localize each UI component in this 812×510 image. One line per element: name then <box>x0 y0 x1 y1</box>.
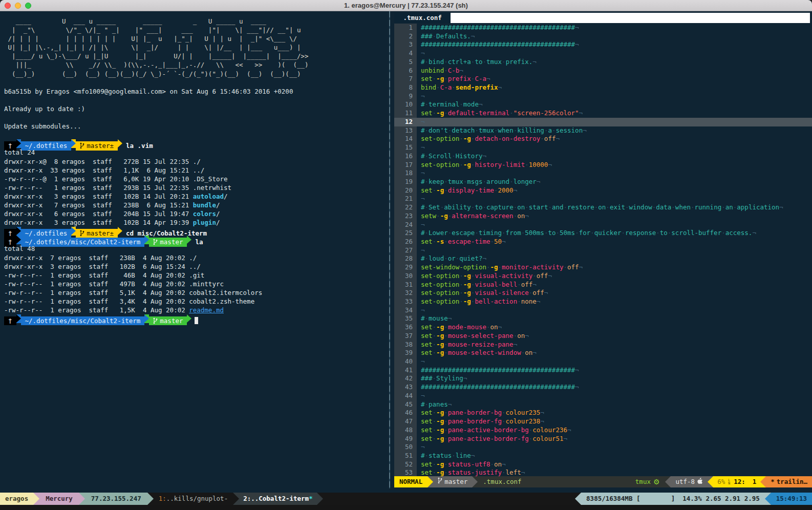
line-number: 7 <box>394 75 417 83</box>
vim-code-text: set-option·-g·history-limit·10000¬ <box>417 161 812 169</box>
vim-line[interactable]: 39set·-g·mouse-select-window·on¬ <box>394 349 812 357</box>
close-button[interactable] <box>5 3 11 9</box>
powerline-arrow <box>118 139 122 148</box>
traffic-lights <box>5 3 31 9</box>
vim-line[interactable]: 32set-option·-g·visual-silence·off¬ <box>394 289 812 298</box>
vim-line[interactable]: 51#·status·line¬ <box>394 452 812 460</box>
vim-line[interactable]: 9¬ <box>394 92 812 101</box>
vim-code-text: #·status·line¬ <box>417 452 812 460</box>
vim-line[interactable]: 30set-option·-g·visual-activity·off¬ <box>394 272 812 281</box>
dir-name: bundle <box>193 201 216 209</box>
vim-line[interactable]: 12¬ <box>394 118 812 126</box>
vim-line[interactable]: 1#######################################… <box>394 24 812 32</box>
vim-tabline: .tmux.conf <box>394 13 812 23</box>
vim-line[interactable]: 20set·-g·display-time·2000¬ <box>394 186 812 195</box>
current-window-flag: * <box>309 493 313 505</box>
vim-pane[interactable]: .tmux.conf 1############################… <box>394 11 812 493</box>
vim-line[interactable]: 16#·Scroll·History¬ <box>394 152 812 161</box>
terminal-line: drwxr-xr-x 6 eragos staff 204B 15 Jul 19… <box>4 209 388 218</box>
vim-line[interactable]: 2###·Defaults.¬ <box>394 32 812 41</box>
zoom-button[interactable] <box>25 3 31 9</box>
vim-line[interactable]: 27¬ <box>394 246 812 255</box>
powerline-arrow <box>317 493 323 505</box>
vim-line[interactable]: 41######################################… <box>394 366 812 375</box>
vim-code-text: set-option·-g·visual-silence·off¬ <box>417 289 812 298</box>
powerline-arrow <box>233 493 239 505</box>
vim-line[interactable]: 23setw·-g·alternate-screen·on¬ <box>394 212 812 221</box>
vim-line[interactable]: 18¬ <box>394 169 812 178</box>
vim-line[interactable]: 14set-option·-g·detach-on-destroy·off¬ <box>394 135 812 143</box>
vim-line[interactable]: 31set-option·-g·visual-bell·off¬ <box>394 281 812 289</box>
vim-line[interactable]: 37set·-g·mouse-select-pane·on¬ <box>394 332 812 341</box>
line-number: 19 <box>394 178 417 186</box>
vim-line[interactable]: 29set-window-option·-g·monitor-activity·… <box>394 263 812 272</box>
line-number: 2 <box>394 32 417 41</box>
vim-line[interactable]: 26set·-s·escape-time·50¬ <box>394 238 812 246</box>
vim-line[interactable]: 52set·-g·status-utf8·on¬ <box>394 460 812 469</box>
vim-code-text: #·keep·tmux·msgs·around·longer¬ <box>417 178 812 186</box>
star-icon: * <box>771 476 775 487</box>
line-number: 12 <box>394 118 417 126</box>
vim-code-text: ###·Defaults.¬ <box>417 32 812 41</box>
vim-line[interactable]: 46set·-g·pane-border-bg·colour235¬ <box>394 409 812 417</box>
line-number: 33 <box>394 298 417 306</box>
vim-code-text: set-window-option·-g·monitor-activity·of… <box>417 263 812 272</box>
pane-separator[interactable] <box>389 11 390 488</box>
vim-line[interactable]: 13#·don't·detach·tmux·when·killing·a·ses… <box>394 126 812 135</box>
vim-code-text: set·-g·prefix·C-a¬ <box>417 75 812 83</box>
vim-line[interactable]: 22#·Set·ability·to·capture·on·start·and·… <box>394 203 812 212</box>
line-number: 29 <box>394 263 417 272</box>
vim-line[interactable]: 34¬ <box>394 306 812 315</box>
powerline-arrow <box>144 236 149 244</box>
vim-line[interactable]: 47set·-g·pane-border-fg·colour238¬ <box>394 417 812 426</box>
vim-line[interactable]: 3#######################################… <box>394 40 812 49</box>
tmux-window-1[interactable]: 1:..kills/gnuplot- <box>154 493 233 505</box>
vim-line[interactable]: 40¬ <box>394 357 812 366</box>
vim-tab-tmux-conf[interactable]: .tmux.conf <box>394 13 451 23</box>
vim-line[interactable]: 25#·Lower·escape·timing·from·500ms·to·50… <box>394 229 812 238</box>
line-number: 47 <box>394 417 417 426</box>
file-meta: drwxr-xr-x@ 8 eragos staff 272B 15 Jul 2… <box>4 158 193 165</box>
vim-line[interactable]: 44¬ <box>394 392 812 400</box>
terminal-line: drwxr-xr-x 3 eragos staff 102B 14 Jul 20… <box>4 192 388 201</box>
vim-line[interactable]: 33set-option·-g·bell-action·none¬ <box>394 298 812 306</box>
vim-line[interactable]: 48set·-g·pane-active-border-bg·colour236… <box>394 426 812 435</box>
vim-line[interactable]: 42###·Styling¬ <box>394 374 812 383</box>
vim-line[interactable]: 19#·keep·tmux·msgs·around·longer¬ <box>394 178 812 186</box>
vim-line[interactable]: 17set-option·-g·history-limit·10000¬ <box>394 161 812 169</box>
line-number: 21 <box>394 195 417 203</box>
vim-line[interactable]: 4¬ <box>394 49 812 58</box>
vim-line[interactable]: 36set·-g·mode-mouse·on¬ <box>394 323 812 332</box>
shell-prompt: †~/.dotfilesmaster±cd misc/Cobalt2-iterm <box>4 227 388 236</box>
powerline-arrow <box>71 227 76 236</box>
file-link[interactable]: readme.md <box>189 306 224 314</box>
vim-line[interactable]: 45#·panes¬ <box>394 400 812 409</box>
vim-line[interactable]: 15¬ <box>394 143 812 152</box>
vim-buffer[interactable]: 1#######################################… <box>394 24 812 477</box>
vim-line[interactable]: 21¬ <box>394 195 812 203</box>
file-meta: -rw-r--r-- 1 eragos staff 46B 4 Aug 20:0… <box>4 271 189 279</box>
vim-line[interactable]: 8bind·C-a·send-prefix¬ <box>394 83 812 92</box>
vim-line[interactable]: 5#·bind·ctrl+a·to·tmux·prefix.¬ <box>394 58 812 67</box>
vim-line[interactable]: 10#·terminal·mode¬ <box>394 100 812 109</box>
powerline-arrow <box>16 227 21 236</box>
minimize-button[interactable] <box>15 3 21 9</box>
shell-pane[interactable]: ____ U ___ u _____ _____ _ U _____ u ___… <box>0 11 388 493</box>
cursor-line: 12: <box>734 476 745 487</box>
vim-code-text: #·panes¬ <box>417 400 812 409</box>
vim-line[interactable]: 6unbind·C-b¬ <box>394 67 812 75</box>
tmux-window-2-current[interactable]: 2:..Cobalt2-iterm* <box>239 493 316 505</box>
vim-line[interactable]: 24¬ <box>394 221 812 229</box>
vim-line[interactable]: 38set·-g·mouse-resize-pane¬ <box>394 341 812 349</box>
prompt-context-segment: † <box>4 316 16 325</box>
prompt-branch-segment: master <box>149 316 187 325</box>
vim-line[interactable]: 28#·loud·or·quiet?¬ <box>394 254 812 263</box>
vim-line[interactable]: 7set·-g·prefix·C-a¬ <box>394 75 812 83</box>
vim-line[interactable]: 35#·mouse¬ <box>394 314 812 323</box>
vim-line[interactable]: 49set·-g·pane-active-border-fg·colour51¬ <box>394 435 812 443</box>
vim-line[interactable]: 43######################################… <box>394 383 812 392</box>
powerline-arrow <box>760 476 766 487</box>
vim-line[interactable]: 50¬ <box>394 443 812 452</box>
vim-line[interactable]: 11set·-g·default-terminal·"screen-256col… <box>394 109 812 118</box>
vim-code-text: #·terminal·mode¬ <box>417 100 812 109</box>
